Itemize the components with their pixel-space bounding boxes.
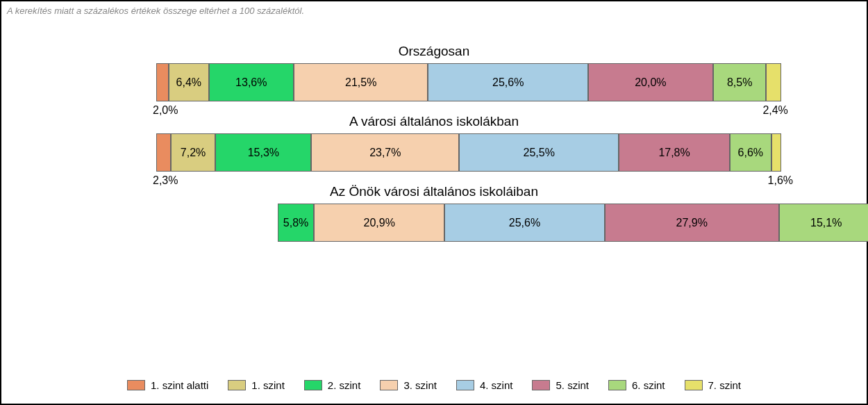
seg-3-szint: 21,5% — [294, 63, 428, 101]
seg-5-szint: 27,9% — [605, 204, 779, 242]
legend-label: 6. szint — [632, 379, 665, 391]
seg-label: 20,0% — [635, 76, 666, 89]
seg-4-szint: 25,6% — [428, 63, 587, 101]
legend-item-6-szint: 6. szint — [608, 379, 665, 391]
swatch-icon — [380, 380, 398, 390]
seg-2-szint: 15,3% — [215, 133, 311, 172]
seg-label: 6,6% — [738, 147, 763, 159]
seg-label: 20,9% — [364, 217, 395, 229]
swatch-icon — [228, 380, 246, 390]
legend-label: 1. szint — [251, 379, 285, 391]
seg-label: 2,3% — [153, 174, 178, 187]
legend-label: 5. szint — [556, 379, 589, 391]
seg-label: 25,6% — [509, 217, 540, 229]
seg-label: 2,0% — [153, 104, 178, 117]
legend-item-szint-alatti: 1. szint alatti — [127, 379, 208, 391]
chart-container: A kerekítés miatt a százalékos értékek ö… — [0, 0, 868, 405]
seg-label: 17,8% — [658, 147, 690, 159]
bar-group-onok-iskolai: Az Önök városi általános iskoláiban 5,8%… — [43, 184, 825, 242]
stacked-bar: 2,0% 6,4% 13,6% 21,5% 25,6% 20,0% 8,5% 2… — [156, 63, 781, 101]
seg-label: 5,8% — [283, 217, 308, 229]
seg-5-szint: 17,8% — [619, 133, 730, 172]
swatch-icon — [304, 380, 322, 390]
seg-label: 2,4% — [762, 104, 787, 117]
legend-item-3-szint: 3. szint — [380, 379, 437, 391]
legend-label: 3. szint — [403, 379, 437, 391]
legend-label: 4. szint — [480, 379, 513, 391]
seg-4-szint: 25,5% — [459, 133, 619, 172]
swatch-icon — [685, 380, 703, 390]
seg-label: 13,6% — [235, 76, 267, 89]
swatch-icon — [608, 380, 626, 390]
seg-label: 8,5% — [727, 76, 752, 89]
legend-label: 7. szint — [708, 379, 742, 391]
seg-1-szint: 7,2% — [171, 133, 216, 172]
bar-title: Országosan — [43, 44, 825, 59]
seg-label: 25,6% — [492, 76, 524, 89]
seg-label: 6,4% — [176, 76, 201, 89]
bar-group-orszagosan: Országosan 2,0% 6,4% 13,6% 21,5% 25,6% 2… — [43, 44, 825, 101]
legend-item-4-szint: 4. szint — [456, 379, 513, 391]
swatch-icon — [532, 380, 550, 390]
legend-item-7-szint: 7. szint — [685, 379, 742, 391]
seg-3-szint: 20,9% — [314, 204, 444, 242]
seg-label: 21,5% — [345, 76, 376, 89]
stacked-bar: 5,8% 20,9% 25,6% 27,9% 15,1% 4,7% — [278, 204, 868, 242]
seg-6-szint: 6,6% — [730, 133, 771, 172]
stacked-bar: 2,3% 7,2% 15,3% 23,7% 25,5% 17,8% 6,6% 1… — [156, 133, 781, 172]
seg-7-szint: 1,6% — [771, 133, 781, 172]
seg-7-szint: 2,4% — [766, 63, 781, 101]
seg-label: 7,2% — [181, 147, 206, 159]
bar-group-varosi-iskolak: A városi általános iskolákban 2,3% 7,2% … — [43, 114, 825, 172]
legend-item-1-szint: 1. szint — [228, 379, 285, 391]
seg-label: 27,9% — [676, 217, 708, 229]
seg-1-szint: 6,4% — [169, 63, 209, 101]
seg-label: 25,5% — [524, 147, 555, 159]
legend-label: 1. szint alatti — [151, 379, 208, 391]
seg-label: 1,6% — [768, 174, 793, 187]
rounding-note: A kerekítés miatt a százalékos értékek ö… — [1, 1, 867, 16]
bars-area: Országosan 2,0% 6,4% 13,6% 21,5% 25,6% 2… — [1, 16, 867, 261]
legend-item-5-szint: 5. szint — [532, 379, 589, 391]
legend-label: 2. szint — [328, 379, 361, 391]
seg-2-szint: 13,6% — [209, 63, 294, 101]
seg-2-szint: 5,8% — [278, 204, 314, 242]
seg-6-szint: 15,1% — [779, 204, 868, 242]
swatch-icon — [456, 380, 474, 390]
seg-label: 15,3% — [248, 147, 279, 159]
swatch-icon — [127, 380, 145, 390]
seg-szint-alatti: 2,0% — [156, 63, 169, 101]
seg-label: 23,7% — [369, 147, 401, 159]
legend-item-2-szint: 2. szint — [304, 379, 361, 391]
seg-label: 15,1% — [810, 217, 842, 229]
seg-6-szint: 8,5% — [713, 63, 767, 101]
seg-4-szint: 25,6% — [444, 204, 604, 242]
seg-5-szint: 20,0% — [588, 63, 713, 101]
seg-szint-alatti: 2,3% — [156, 133, 171, 172]
legend: 1. szint alatti 1. szint 2. szint 3. szi… — [1, 370, 867, 391]
seg-3-szint: 23,7% — [311, 133, 459, 172]
